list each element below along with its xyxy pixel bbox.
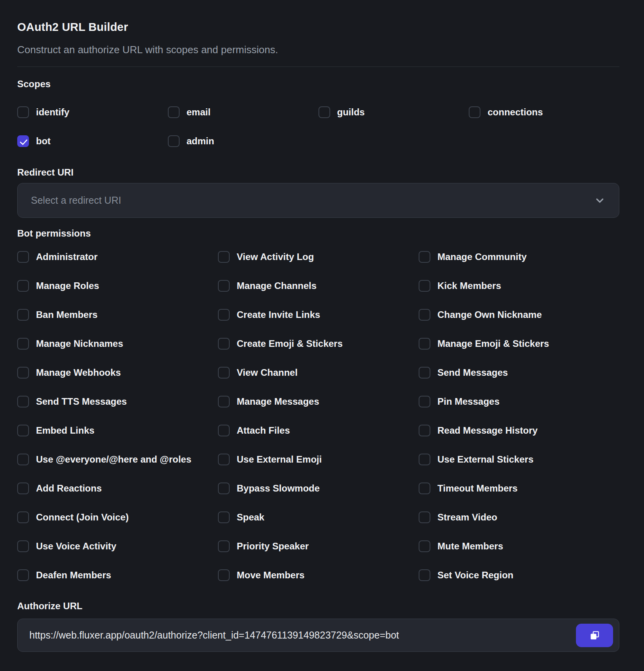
permission-checkbox[interactable] <box>419 511 430 523</box>
permission-checkbox[interactable] <box>419 251 430 263</box>
permission-checkbox-item[interactable]: Embed Links <box>17 425 218 436</box>
permission-checkbox-label: Manage Channels <box>237 280 317 292</box>
permission-checkbox[interactable] <box>17 396 29 407</box>
scope-checkbox[interactable] <box>168 106 180 118</box>
permission-checkbox[interactable] <box>419 483 430 494</box>
permission-checkbox[interactable] <box>17 280 29 292</box>
permission-checkbox[interactable] <box>218 251 230 263</box>
permission-checkbox-item[interactable]: Timeout Members <box>419 483 619 494</box>
permission-checkbox-label: Administrator <box>36 251 97 263</box>
permission-checkbox-item[interactable]: View Activity Log <box>218 251 419 263</box>
scope-checkbox-item[interactable]: admin <box>168 135 318 147</box>
permission-checkbox-item[interactable]: Connect (Join Voice) <box>17 511 218 523</box>
permission-checkbox[interactable] <box>419 309 430 321</box>
permission-checkbox-item[interactable]: Create Emoji & Stickers <box>218 338 419 350</box>
scope-checkbox[interactable] <box>168 135 180 147</box>
permission-checkbox[interactable] <box>218 540 230 552</box>
permission-checkbox[interactable] <box>218 425 230 436</box>
permission-checkbox-item[interactable]: Attach Files <box>218 425 419 436</box>
permission-checkbox-item[interactable]: Mute Members <box>419 540 619 552</box>
permission-checkbox-item[interactable]: Administrator <box>17 251 218 263</box>
permission-checkbox[interactable] <box>419 338 430 350</box>
permission-checkbox[interactable] <box>218 569 230 581</box>
permission-checkbox[interactable] <box>218 454 230 465</box>
permission-checkbox-item[interactable]: Add Reactions <box>17 483 218 494</box>
permission-checkbox-label: Kick Members <box>437 280 501 292</box>
permission-checkbox-item[interactable]: Priority Speaker <box>218 540 419 552</box>
scopes-grid: identify email guilds connections bot <box>17 106 619 147</box>
permission-checkbox[interactable] <box>218 338 230 350</box>
redirect-uri-placeholder: Select a redirect URI <box>31 195 594 206</box>
permission-checkbox[interactable] <box>419 396 430 407</box>
header-divider <box>17 66 619 67</box>
permission-checkbox-item[interactable]: Stream Video <box>419 511 619 523</box>
permission-checkbox-item[interactable]: Use @everyone/@here and @roles <box>17 454 218 465</box>
permission-checkbox-item[interactable]: Manage Community <box>419 251 619 263</box>
permission-checkbox-item[interactable]: Send Messages <box>419 367 619 379</box>
permission-checkbox[interactable] <box>17 251 29 263</box>
oauth2-url-builder-panel: OAuth2 URL Builder Construct an authoriz… <box>0 0 644 671</box>
permission-checkbox-item[interactable]: Manage Messages <box>218 396 419 407</box>
scopes-heading: Scopes <box>17 79 619 90</box>
permission-checkbox-item[interactable]: Create Invite Links <box>218 309 419 321</box>
permission-checkbox-item[interactable]: Manage Roles <box>17 280 218 292</box>
permission-checkbox[interactable] <box>419 280 430 292</box>
permission-checkbox[interactable] <box>419 367 430 379</box>
permission-checkbox[interactable] <box>419 540 430 552</box>
permission-checkbox-item[interactable]: Use External Emoji <box>218 454 419 465</box>
permission-checkbox-item[interactable]: Send TTS Messages <box>17 396 218 407</box>
permission-checkbox[interactable] <box>17 454 29 465</box>
scope-checkbox-item[interactable]: connections <box>469 106 619 118</box>
permission-checkbox-item[interactable]: Use Voice Activity <box>17 540 218 552</box>
permission-checkbox-item[interactable]: Move Members <box>218 569 419 581</box>
permission-checkbox-item[interactable]: Kick Members <box>419 280 619 292</box>
permission-checkbox[interactable] <box>419 454 430 465</box>
permission-checkbox[interactable] <box>17 338 29 350</box>
permission-checkbox[interactable] <box>218 309 230 321</box>
permission-checkbox[interactable] <box>17 569 29 581</box>
permission-checkbox-item[interactable]: Set Voice Region <box>419 569 619 581</box>
permission-checkbox-item[interactable]: Manage Nicknames <box>17 338 218 350</box>
permission-checkbox[interactable] <box>419 569 430 581</box>
authorize-url-value[interactable]: https://web.fluxer.app/oauth2/authorize?… <box>29 630 576 641</box>
permission-checkbox[interactable] <box>218 280 230 292</box>
permission-checkbox-item[interactable]: Manage Emoji & Stickers <box>419 338 619 350</box>
scope-checkbox-item[interactable]: guilds <box>318 106 469 118</box>
permission-checkbox-label: Stream Video <box>437 511 497 523</box>
scope-checkbox[interactable] <box>17 106 29 118</box>
permission-checkbox[interactable] <box>17 511 29 523</box>
permission-checkbox[interactable] <box>17 483 29 494</box>
permission-checkbox[interactable] <box>218 396 230 407</box>
permission-checkbox[interactable] <box>218 483 230 494</box>
permission-checkbox-item[interactable]: Bypass Slowmode <box>218 483 419 494</box>
copy-url-button[interactable] <box>576 624 613 647</box>
permission-checkbox-item[interactable]: Use External Stickers <box>419 454 619 465</box>
scope-checkbox[interactable] <box>469 106 480 118</box>
permission-checkbox[interactable] <box>17 309 29 321</box>
permission-checkbox-label: Embed Links <box>36 425 94 436</box>
scope-checkbox[interactable] <box>17 135 29 147</box>
permission-checkbox-item[interactable]: Ban Members <box>17 309 218 321</box>
permission-checkbox-label: Manage Webhooks <box>36 367 121 379</box>
scope-checkbox[interactable] <box>318 106 330 118</box>
permission-checkbox-item[interactable]: Manage Channels <box>218 280 419 292</box>
scope-checkbox-item[interactable]: email <box>168 106 318 118</box>
permission-checkbox[interactable] <box>17 425 29 436</box>
permission-checkbox[interactable] <box>419 425 430 436</box>
permission-checkbox-label: Send TTS Messages <box>36 396 127 407</box>
scope-checkbox-item[interactable]: identify <box>17 106 168 118</box>
scope-checkbox-item[interactable]: bot <box>17 135 168 147</box>
permission-checkbox-item[interactable]: Pin Messages <box>419 396 619 407</box>
permission-checkbox[interactable] <box>218 367 230 379</box>
redirect-uri-select[interactable]: Select a redirect URI <box>17 183 619 218</box>
permission-checkbox[interactable] <box>17 367 29 379</box>
permission-checkbox-item[interactable]: Read Message History <box>419 425 619 436</box>
permission-checkbox-item[interactable]: Change Own Nickname <box>419 309 619 321</box>
permission-checkbox-label: Ban Members <box>36 309 97 321</box>
permission-checkbox-item[interactable]: Speak <box>218 511 419 523</box>
permission-checkbox-item[interactable]: View Channel <box>218 367 419 379</box>
permission-checkbox[interactable] <box>17 540 29 552</box>
permission-checkbox[interactable] <box>218 511 230 523</box>
permission-checkbox-item[interactable]: Deafen Members <box>17 569 218 581</box>
permission-checkbox-item[interactable]: Manage Webhooks <box>17 367 218 379</box>
